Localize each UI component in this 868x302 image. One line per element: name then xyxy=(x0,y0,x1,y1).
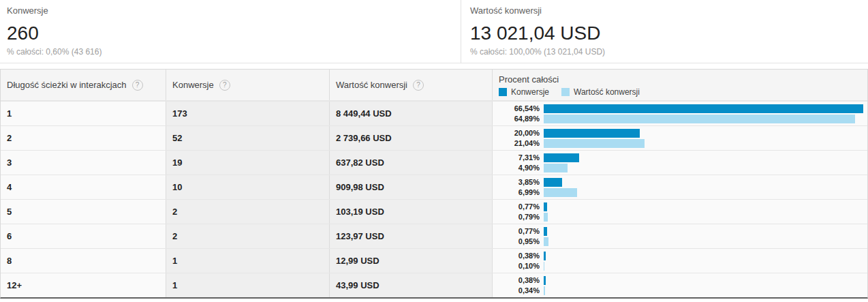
cell-percent-bars: 7,31% 4,90% xyxy=(493,151,867,175)
chart-legend: Konwersje Wartość konwersji xyxy=(499,87,867,97)
pct-value-label: 0,95% xyxy=(499,237,540,246)
conversions-bar xyxy=(544,202,547,211)
summary-card-conversions: Konwersje 260 % całości: 0,60% (43 616) xyxy=(0,0,461,63)
cell-percent-bars: 0,38% 0,10% xyxy=(493,249,867,273)
conversions-bar xyxy=(544,104,863,113)
pct-value-label: 0,79% xyxy=(499,213,540,222)
cell-path-length: 2 xyxy=(1,126,166,150)
cell-conversion-value: 43,99 USD xyxy=(330,273,493,297)
value-bar xyxy=(544,237,548,246)
column-header-label: Długość ścieżki w interakcjach xyxy=(7,80,127,90)
cell-conversions: 52 xyxy=(166,126,330,150)
conversions-bar xyxy=(544,178,562,187)
pct-value-label: 6,99% xyxy=(499,188,540,197)
table-row: 3 19 637,82 USD 7,31% 4,90% xyxy=(1,150,867,175)
table-row: 5 2 103,19 USD 0,77% 0,79% xyxy=(1,199,867,224)
cell-percent-bars: 66,54% 64,89% xyxy=(493,102,867,125)
column-header-conversion-value: Wartość konwersji ? xyxy=(330,70,493,100)
help-icon[interactable]: ? xyxy=(132,80,143,91)
path-length-table: Długość ścieżki w interakcjach ? Konwers… xyxy=(0,69,868,299)
card-label: Konwersje xyxy=(7,5,452,16)
help-icon[interactable]: ? xyxy=(219,80,230,91)
legend-label-conversions: Konwersje xyxy=(511,87,549,97)
cell-conversion-value: 637,82 USD xyxy=(330,151,493,175)
pct-value-label: 64,89% xyxy=(499,115,540,123)
cell-conversions: 10 xyxy=(166,175,330,199)
help-icon[interactable]: ? xyxy=(413,80,424,91)
conversions-bar xyxy=(544,153,579,162)
column-header-percent-of-total: Procent całości Konwersje Wartość konwer… xyxy=(493,70,867,100)
card-subtext: % całości: 100,00% (13 021,04 USD) xyxy=(470,47,860,57)
legend-label-conversion-value: Wartość konwersji xyxy=(574,87,640,97)
conversions-bar xyxy=(544,252,546,260)
cell-conversion-value: 8 449,44 USD xyxy=(330,102,493,125)
cell-percent-bars: 3,85% 6,99% xyxy=(493,175,867,199)
cell-percent-bars: 0,77% 0,79% xyxy=(493,200,867,224)
column-header-label: Konwersje xyxy=(172,80,214,90)
pct-conversions-label: 0,77% xyxy=(499,202,540,211)
card-label: Wartość konwersji xyxy=(470,5,860,16)
cell-conversion-value: 909,98 USD xyxy=(330,175,493,199)
pct-conversions-label: 3,85% xyxy=(499,178,540,187)
pct-conversions-label: 7,31% xyxy=(499,153,540,162)
cell-conversion-value: 2 739,66 USD xyxy=(330,126,493,150)
card-value: 13 021,04 USD xyxy=(470,22,860,44)
table-row: 8 1 12,99 USD 0,38% 0,10% xyxy=(1,248,867,273)
legend-swatch-conversion-value xyxy=(561,88,570,96)
cell-percent-bars: 20,00% 21,04% xyxy=(493,126,867,150)
table-row: 12+ 1 43,99 USD 0,38% 0,34% xyxy=(1,273,867,297)
cell-path-length: 6 xyxy=(1,224,166,248)
cell-path-length: 3 xyxy=(1,151,166,175)
pct-conversions-label: 0,77% xyxy=(499,227,540,236)
column-header-path-length: Długość ścieżki w interakcjach ? xyxy=(1,70,166,100)
conversions-bar xyxy=(544,227,547,236)
pct-value-label: 0,10% xyxy=(499,262,540,271)
table-row: 2 52 2 739,66 USD 20,00% 21,04% xyxy=(1,125,867,150)
cell-path-length: 8 xyxy=(1,249,166,273)
table-row: 1 173 8 449,44 USD 66,54% 64,89% xyxy=(1,101,867,125)
pct-conversions-label: 0,38% xyxy=(499,252,540,260)
card-subtext: % całości: 0,60% (43 616) xyxy=(7,47,452,57)
cell-percent-bars: 0,38% 0,34% xyxy=(493,273,867,297)
cell-path-length: 12+ xyxy=(1,273,166,297)
cell-conversions: 1 xyxy=(166,273,330,297)
value-bar xyxy=(544,115,855,123)
table-row: 6 2 123,97 USD 0,77% 0,95% xyxy=(1,224,867,248)
cell-conversion-value: 103,19 USD xyxy=(330,200,493,224)
value-bar xyxy=(544,139,645,148)
value-bar xyxy=(544,262,544,271)
pct-conversions-label: 20,00% xyxy=(499,129,540,138)
cell-conversions: 2 xyxy=(166,224,330,248)
pct-value-label: 21,04% xyxy=(499,139,540,148)
cell-conversions: 173 xyxy=(166,102,330,125)
column-header-label: Wartość konwersji xyxy=(336,80,407,90)
pct-value-label: 0,34% xyxy=(499,286,540,295)
column-header-label: Procent całości xyxy=(499,74,867,85)
cell-path-length: 5 xyxy=(1,200,166,224)
cell-conversions: 2 xyxy=(166,200,330,224)
cell-conversions: 19 xyxy=(166,151,330,175)
pct-value-label: 4,90% xyxy=(499,164,540,172)
cell-path-length: 1 xyxy=(1,102,166,125)
cell-conversions: 1 xyxy=(166,249,330,273)
value-bar xyxy=(544,213,548,222)
pct-conversions-label: 66,54% xyxy=(499,104,540,113)
value-bar xyxy=(544,164,568,172)
table-row: 4 10 909,98 USD 3,85% 6,99% xyxy=(1,175,867,199)
cell-conversion-value: 123,97 USD xyxy=(330,224,493,248)
column-header-conversions: Konwersje ? xyxy=(166,70,330,100)
value-bar xyxy=(544,286,545,295)
cell-conversion-value: 12,99 USD xyxy=(330,249,493,273)
conversions-bar xyxy=(544,129,640,138)
summary-card-conversion-value: Wartość konwersji 13 021,04 USD % całośc… xyxy=(461,0,868,63)
cell-percent-bars: 0,77% 0,95% xyxy=(493,224,867,248)
conversions-bar xyxy=(544,276,546,285)
card-value: 260 xyxy=(7,22,452,44)
pct-conversions-label: 0,38% xyxy=(499,276,540,285)
table-header-row: Długość ścieżki w interakcjach ? Konwers… xyxy=(1,70,867,101)
summary-section: Konwersje 260 % całości: 0,60% (43 616) … xyxy=(0,0,868,63)
legend-swatch-conversions xyxy=(499,88,507,96)
value-bar xyxy=(544,188,577,197)
cell-path-length: 4 xyxy=(1,175,166,199)
